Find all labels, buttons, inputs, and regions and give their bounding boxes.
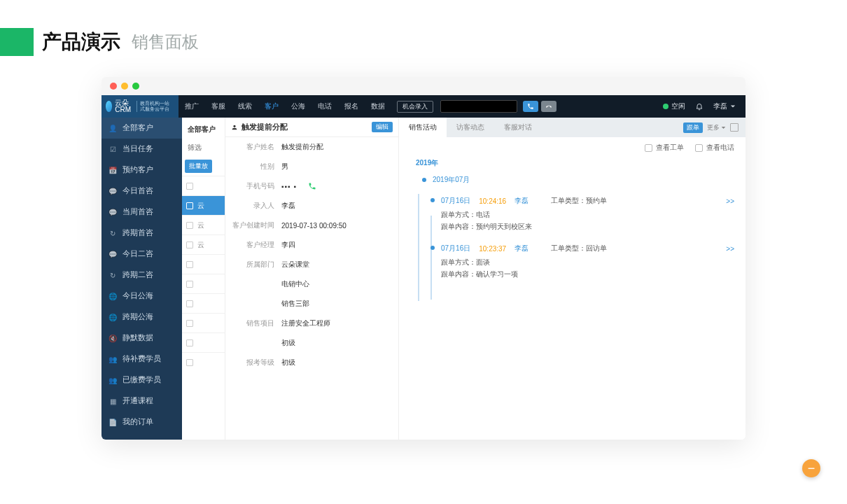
activity-tab-0[interactable]: 销售活动 — [399, 118, 447, 137]
detail-value: 李四 — [281, 240, 393, 250]
list-row[interactable]: 云 — [182, 195, 225, 215]
sidebar-item-3[interactable]: 💬今日首咨 — [102, 181, 182, 202]
nav-item-线索[interactable]: 线索 — [232, 95, 258, 118]
list-row[interactable] — [182, 254, 225, 274]
list-row[interactable] — [182, 313, 225, 332]
list-row[interactable]: 云 — [182, 234, 225, 254]
phone-icon[interactable] — [308, 182, 316, 190]
detail-label: 手机号码 — [225, 181, 281, 191]
customer-rows: 云云云 — [182, 176, 225, 372]
sidebar-icon: 👥 — [108, 355, 117, 363]
sidebar-item-11[interactable]: 👥待补费学员 — [102, 349, 182, 370]
title-accent-block — [0, 28, 34, 56]
activity-tab-2[interactable]: 客服对话 — [494, 118, 542, 137]
detail-label: 录入人 — [225, 201, 281, 211]
checkbox-icon[interactable] — [186, 183, 193, 190]
view-ticket-checkbox[interactable]: 查看工单 — [645, 143, 684, 153]
filter-label[interactable]: 筛选 — [182, 139, 225, 157]
sidebar-item-9[interactable]: 🌐跨期公海 — [102, 307, 182, 328]
top-nav: 推广客服线索客户公海电话报名数据 — [178, 95, 391, 118]
sidebar-item-13[interactable]: ▦开通课程 — [102, 391, 182, 412]
bell-icon[interactable] — [695, 102, 704, 111]
call-hangup-button[interactable] — [541, 101, 556, 112]
checkbox-icon[interactable] — [186, 359, 193, 366]
sidebar-item-14[interactable]: 📄我的订单 — [102, 412, 182, 433]
checkbox-icon[interactable] — [186, 300, 193, 307]
detail-value: 初级 — [281, 358, 393, 368]
nav-item-公海[interactable]: 公海 — [285, 95, 312, 118]
checkbox-icon[interactable] — [186, 340, 193, 346]
list-row[interactable] — [182, 176, 225, 195]
sidebar-item-label: 已缴费学员 — [122, 375, 161, 385]
detail-row: 客户姓名触发提前分配 — [225, 137, 398, 157]
entry-more-link[interactable]: >> — [726, 197, 734, 205]
list-row[interactable]: 云 — [182, 215, 225, 234]
checkbox-icon[interactable] — [186, 261, 193, 268]
list-title: 全部客户 — [182, 118, 225, 139]
activity-tab-1[interactable]: 访客动态 — [447, 118, 494, 137]
sidebar-item-1[interactable]: ☑当日任务 — [102, 139, 182, 160]
list-row[interactable] — [182, 274, 225, 293]
nav-item-电话[interactable]: 电话 — [312, 95, 338, 118]
sidebar-item-0[interactable]: 👤全部客户 — [102, 118, 182, 139]
more-link[interactable]: 更多 — [707, 123, 726, 132]
floating-action-button[interactable]: − — [802, 459, 820, 477]
list-row[interactable] — [182, 332, 225, 352]
sidebar-item-8[interactable]: 🌐今日公海 — [102, 286, 182, 307]
call-answer-button[interactable] — [523, 101, 538, 112]
detail-label: 客户经理 — [225, 240, 281, 250]
logo[interactable]: 云朵CRM 教育机构一站式服务云平台 — [102, 95, 178, 118]
sidebar-icon: 📄 — [108, 418, 117, 426]
list-row[interactable] — [182, 293, 225, 313]
minimize-icon[interactable] — [121, 83, 128, 90]
sidebar-item-10[interactable]: 🔇静默数据 — [102, 328, 182, 349]
opportunity-entry-button[interactable]: 机会录入 — [397, 101, 433, 113]
copy-icon[interactable] — [730, 123, 738, 132]
checkbox-icon[interactable] — [186, 241, 193, 248]
user-menu[interactable]: 李磊 — [713, 102, 736, 111]
batch-release-button[interactable]: 批量放 — [185, 160, 212, 173]
timeline-year: 2019年 — [416, 158, 734, 168]
list-row[interactable] — [182, 352, 225, 372]
nav-item-客户[interactable]: 客户 — [258, 95, 285, 118]
detail-row: 手机号码▪▪▪ ▪ — [225, 176, 398, 196]
entry-more-link[interactable]: >> — [726, 245, 734, 253]
sidebar-item-4[interactable]: 💬当周首咨 — [102, 202, 182, 223]
sidebar-item-5[interactable]: ↻跨期首咨 — [102, 223, 182, 244]
nav-item-报名[interactable]: 报名 — [338, 95, 365, 118]
sidebar-item-label: 今日首咨 — [122, 186, 153, 196]
detail-value: ▪▪▪ ▪ — [281, 181, 393, 191]
sidebar-icon: ↻ — [108, 271, 117, 279]
nav-item-客服[interactable]: 客服 — [205, 95, 232, 118]
list-row-text: 云 — [197, 201, 204, 211]
checkbox-icon[interactable] — [186, 320, 193, 327]
search-input[interactable] — [440, 100, 517, 113]
timeline-axis — [418, 194, 419, 301]
entry-type: 工单类型：回访单 — [551, 244, 607, 253]
checkbox-icon[interactable] — [186, 202, 193, 209]
view-call-checkbox[interactable]: 查看电话 — [695, 143, 734, 153]
window-titlebar — [102, 77, 746, 95]
sidebar-icon: ▦ — [108, 397, 117, 405]
checkbox-icon[interactable] — [186, 281, 193, 288]
close-icon[interactable] — [110, 83, 117, 90]
sidebar-item-7[interactable]: ↻跨期二咨 — [102, 265, 182, 286]
timeline-entry-body: 跟单方式：面谈跟单内容：确认学习一项 — [441, 253, 734, 280]
nav-item-推广[interactable]: 推广 — [178, 95, 205, 118]
sidebar-item-12[interactable]: 👥已缴费学员 — [102, 370, 182, 391]
list-row-text: 云 — [197, 240, 204, 250]
nav-item-数据[interactable]: 数据 — [365, 95, 391, 118]
detail-title: 触发提前分配 — [241, 122, 288, 132]
chevron-down-icon — [730, 104, 736, 109]
status-indicator[interactable]: 空闲 — [663, 102, 685, 111]
edit-button[interactable]: 编辑 — [372, 122, 393, 132]
detail-label: 性别 — [225, 162, 281, 172]
sidebar-item-6[interactable]: 💬今日二咨 — [102, 244, 182, 265]
logo-text: 云朵CRM — [115, 99, 132, 113]
detail-value: 销售三部 — [281, 299, 393, 309]
status-label: 空闲 — [671, 102, 685, 111]
maximize-icon[interactable] — [132, 83, 139, 90]
follow-badge[interactable]: 跟单 — [683, 122, 703, 133]
sidebar-item-2[interactable]: 📅预约客户 — [102, 160, 182, 181]
checkbox-icon[interactable] — [186, 222, 193, 229]
